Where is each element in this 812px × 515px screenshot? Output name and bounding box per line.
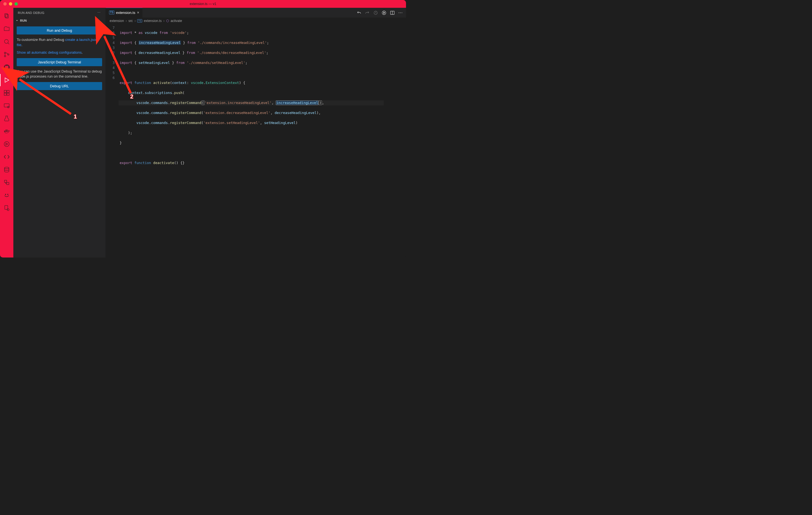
sidebar-header: RUN AND DEBUG ⋯ xyxy=(13,8,106,18)
window-close-button[interactable] xyxy=(3,2,7,6)
breadcrumb-seg[interactable]: extension xyxy=(110,19,124,23)
activity-database-icon[interactable] xyxy=(0,163,13,176)
tab-close-icon[interactable]: × xyxy=(137,10,139,15)
window-title: extension.ts — v1 xyxy=(190,2,216,6)
activity-extensions-icon[interactable] xyxy=(0,87,13,99)
svg-point-21 xyxy=(5,194,6,195)
activity-source-control-icon[interactable] xyxy=(0,49,13,61)
debug-url-button[interactable]: Debug URL xyxy=(17,82,102,90)
sidebar-title: RUN AND DEBUG xyxy=(18,11,45,14)
activity-circle-icon[interactable] xyxy=(0,138,13,150)
customize-text: To customize Run and Debug create a laun… xyxy=(17,37,102,48)
activity-run-debug-icon[interactable] xyxy=(0,74,13,86)
svg-rect-15 xyxy=(6,129,6,130)
activity-brackets-icon[interactable] xyxy=(0,151,13,163)
svg-point-4 xyxy=(4,56,6,57)
activity-bar xyxy=(0,8,13,258)
chevron-down-icon xyxy=(15,19,19,23)
svg-point-2 xyxy=(4,39,8,43)
code-content[interactable]: import * as vscode from 'vscode'; import… xyxy=(119,24,384,258)
activity-explorer-icon[interactable] xyxy=(0,10,13,22)
svg-rect-6 xyxy=(4,90,6,93)
symbol-method-icon: ⬡ xyxy=(166,19,169,23)
activity-remote-icon[interactable] xyxy=(0,99,13,112)
tabs-row: TS extension.ts × ⋯ xyxy=(106,8,406,18)
window-zoom-button[interactable] xyxy=(14,2,18,6)
svg-rect-10 xyxy=(4,104,9,107)
svg-point-18 xyxy=(4,167,9,169)
svg-rect-8 xyxy=(4,93,6,95)
activity-open-editors-icon[interactable] xyxy=(0,23,13,35)
breadcrumb-seg[interactable]: src xyxy=(128,19,133,23)
breadcrumb[interactable]: extension › src › TS extension.ts › ⬡ ac… xyxy=(106,18,406,24)
sidebar: RUN AND DEBUG ⋯ RUN Run and Debug To cus… xyxy=(13,8,106,258)
sidebar-section-run[interactable]: RUN xyxy=(13,18,106,24)
activity-test-icon[interactable] xyxy=(0,112,13,125)
ts-icon: TS xyxy=(137,19,142,23)
editor-more-icon[interactable]: ⋯ xyxy=(398,10,403,15)
show-configs-text: Show all automatic debug configurations. xyxy=(17,50,102,55)
svg-rect-1 xyxy=(6,14,8,18)
breadcrumb-seg[interactable]: extension.ts xyxy=(144,19,162,23)
go-back-icon[interactable] xyxy=(356,10,361,15)
minimap[interactable] xyxy=(384,24,406,258)
section-label: RUN xyxy=(20,19,27,22)
svg-rect-19 xyxy=(4,180,7,182)
svg-rect-20 xyxy=(7,182,9,185)
tab-label: extension.ts xyxy=(116,10,135,15)
nav-icon-3[interactable] xyxy=(373,10,378,15)
titlebar: extension.ts — v1 xyxy=(0,0,406,8)
svg-rect-9 xyxy=(7,93,9,95)
js-terminal-text: You can use the JavaScript Debug Termina… xyxy=(17,69,102,80)
go-forward-icon[interactable] xyxy=(365,10,370,15)
chevron-right-icon: › xyxy=(135,19,136,23)
run-icon[interactable] xyxy=(381,10,386,15)
gutter: 7 6 5 4 3 2 1 3 4 5 6 xyxy=(106,24,119,258)
activity-gear-file-icon[interactable] xyxy=(0,202,13,214)
run-and-debug-button[interactable]: Run and Debug xyxy=(17,26,102,34)
show-debug-configs-link[interactable]: Show all automatic debug configurations xyxy=(17,50,82,55)
code-editor[interactable]: 7 6 5 4 3 2 1 3 4 5 6 import * as vscode… xyxy=(106,24,406,258)
editor-area: TS extension.ts × ⋯ extension › src › xyxy=(106,8,406,258)
svg-point-24 xyxy=(7,209,9,211)
svg-point-3 xyxy=(4,52,6,54)
window-minimize-button[interactable] xyxy=(9,2,12,6)
sidebar-more-icon[interactable]: ⋯ xyxy=(97,11,101,14)
activity-docker-icon[interactable] xyxy=(0,125,13,138)
breadcrumb-seg[interactable]: activate xyxy=(171,19,182,23)
tab-extension-ts[interactable]: TS extension.ts × xyxy=(106,8,143,18)
activity-search-icon[interactable] xyxy=(0,36,13,48)
chevron-right-icon: › xyxy=(163,19,165,23)
js-debug-terminal-button[interactable]: JavaScript Debug Terminal xyxy=(17,58,102,66)
activity-smile-icon[interactable] xyxy=(0,189,13,201)
svg-rect-0 xyxy=(5,13,7,17)
activity-server-icon[interactable] xyxy=(0,176,13,188)
svg-rect-7 xyxy=(7,90,9,93)
svg-rect-16 xyxy=(7,129,7,130)
chevron-right-icon: › xyxy=(125,19,126,23)
split-editor-icon[interactable] xyxy=(390,10,395,15)
svg-point-22 xyxy=(7,194,8,195)
ts-icon: TS xyxy=(109,10,114,14)
activity-github-icon[interactable] xyxy=(0,61,13,73)
svg-point-17 xyxy=(4,142,9,147)
